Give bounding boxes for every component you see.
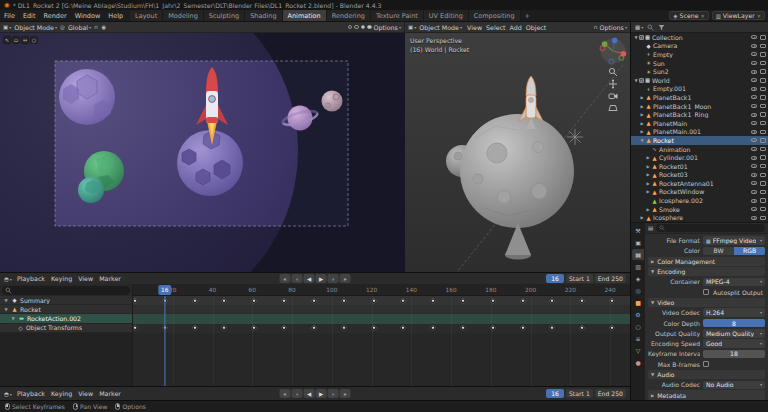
outliner-row-icosphere[interactable]: ▶▲Icosphere (631, 213, 768, 222)
viewport-menu-object[interactable]: Object (524, 24, 549, 31)
outliner-row-empty[interactable]: +Empty (631, 50, 768, 59)
outliner-row-planetback1-moon[interactable]: ▶▲PlanetBack1_Moon (631, 102, 768, 111)
add-workspace-button[interactable]: + (521, 10, 534, 21)
channel-search-input[interactable] (2, 286, 130, 295)
menu-marker[interactable]: Marker (99, 275, 121, 282)
disable-in-renders-toggle[interactable] (760, 104, 766, 109)
outliner-row-smoke[interactable]: ▶▲Smoke (631, 205, 768, 214)
disable-in-renders-toggle[interactable] (760, 138, 766, 143)
hide-in-viewport-toggle[interactable] (751, 52, 757, 56)
menu-playback[interactable]: Playback (17, 275, 45, 282)
hide-in-viewport-toggle[interactable] (751, 87, 757, 91)
frame-start-field[interactable]: Start1 (566, 274, 593, 283)
dopesheet-ruler[interactable]: 20406080100120140160180200220240 (133, 284, 630, 296)
disable-in-renders-toggle[interactable] (760, 52, 766, 57)
disable-in-renders-toggle[interactable] (760, 130, 766, 135)
workspace-tab-compositing[interactable]: Compositing (469, 10, 521, 21)
search-icon[interactable] (647, 24, 654, 31)
outliner-row-rocket03[interactable]: ▶▲Rocket03 (631, 171, 768, 180)
options-dropdown-left[interactable]: Options▾ (374, 24, 401, 31)
disable-in-renders-toggle[interactable] (760, 78, 766, 83)
next-keyframe-button[interactable]: › (328, 389, 339, 398)
jump-to-start-button[interactable]: « (280, 274, 291, 283)
menu-render[interactable]: Render (39, 12, 70, 20)
disable-in-renders-toggle[interactable] (760, 207, 766, 212)
viewport-menu-view[interactable]: View (465, 24, 484, 31)
section-header-color-management[interactable]: ▶Color Management (648, 257, 765, 266)
outliner-row-sun[interactable]: ☀Sun (631, 59, 768, 68)
modifiers-properties-tab[interactable]: ⚙ (632, 309, 644, 320)
transform-pivot-icon[interactable]: ◎ (60, 24, 65, 30)
outliner-row-sun2[interactable]: ☀Sun2 (631, 67, 768, 76)
outliner-row-collection[interactable]: ▼✓▦Collection (631, 33, 768, 42)
menu-edit[interactable]: Edit (19, 12, 40, 20)
outliner-row-planetmain-001[interactable]: ▶▲PlanetMain.001 (631, 128, 768, 137)
frame-end-field[interactable]: End250 (595, 389, 626, 398)
editor-type-icon[interactable]: ◓▾ (4, 391, 12, 397)
menu-keying[interactable]: Keying (51, 390, 72, 397)
render-properties-tab[interactable]: ▣ (632, 237, 644, 248)
workspace-tab-layout[interactable]: Layout (130, 10, 163, 21)
disable-in-renders-toggle[interactable] (760, 44, 766, 49)
current-frame-field[interactable]: 16 (546, 389, 564, 398)
prop-dropdown-container[interactable]: MPEG-4▾ (703, 278, 765, 287)
color-bw-button[interactable]: BW (703, 247, 734, 256)
prop-dropdown-encoding-speed[interactable]: Good▾ (703, 339, 765, 348)
shading-solid-icon[interactable] (354, 25, 359, 30)
hide-in-viewport-toggle[interactable] (751, 173, 757, 177)
expand-arrow-icon[interactable]: ▼ (3, 307, 9, 312)
disable-in-renders-toggle[interactable] (760, 87, 766, 92)
prop-dropdown-output-quality[interactable]: Medium Quality▾ (703, 329, 765, 338)
hide-in-viewport-toggle[interactable] (751, 95, 757, 99)
outliner-row-empty-001[interactable]: +Empty.001 (631, 85, 768, 94)
viewport-menu-add[interactable]: Add (507, 24, 523, 31)
dopesheet-grid[interactable]: 20406080100120140160180200220240 16 (133, 284, 630, 386)
disable-in-renders-toggle[interactable] (760, 61, 766, 66)
outliner-row-icosphere-002[interactable]: ▲Icosphere.002 (631, 196, 768, 205)
mode-dropdown[interactable]: Object Mode▾ (419, 24, 462, 31)
current-frame-field[interactable]: 16 (546, 274, 564, 283)
move-view-icon[interactable] (608, 79, 618, 89)
menu-view[interactable]: View (78, 390, 93, 397)
disable-in-renders-toggle[interactable] (760, 95, 766, 100)
toggle-perspective-icon[interactable] (608, 103, 618, 113)
view-layer-properties-tab[interactable]: ▥ (632, 261, 644, 272)
expand-arrow-icon[interactable]: ▼ (3, 298, 9, 303)
previous-keyframe-button[interactable]: ‹ (292, 389, 303, 398)
channel-rocket[interactable]: ▼▲Rocket (0, 305, 132, 314)
outliner-row-animation[interactable]: ∿Animation (631, 145, 768, 154)
disable-in-renders-toggle[interactable] (760, 190, 766, 195)
hide-in-viewport-toggle[interactable] (751, 113, 757, 117)
workspace-tab-texture-paint[interactable]: Texture Paint (371, 10, 424, 21)
hide-in-viewport-toggle[interactable] (751, 121, 757, 125)
disable-in-renders-toggle[interactable] (760, 121, 766, 126)
disable-in-renders-toggle[interactable] (760, 181, 766, 186)
outliner-row-cylinder-001[interactable]: ▶▲Cylinder.001 (631, 153, 768, 162)
zoom-icon[interactable] (608, 67, 618, 77)
hide-in-viewport-toggle[interactable] (751, 147, 757, 151)
tool-properties-tab[interactable]: ⚒ (632, 225, 644, 236)
disable-in-renders-toggle[interactable] (760, 112, 766, 117)
prop-number-keyframe-interval[interactable]: 18 (703, 350, 765, 359)
outliner-row-rocket01[interactable]: ▶▲Rocket01 (631, 162, 768, 171)
prop-checkbox-autosplit-output[interactable] (703, 289, 709, 295)
play-reverse-button[interactable]: ◀ (304, 274, 315, 283)
outliner-row-rocketwindow[interactable]: ▶▲RocketWindow (631, 188, 768, 197)
section-header-metadata[interactable]: ▶Metadata (648, 390, 765, 399)
hide-in-viewport-toggle[interactable] (751, 78, 757, 82)
move-tool-icon[interactable]: ↔ (21, 36, 29, 44)
previous-keyframe-button[interactable]: ‹ (292, 274, 303, 283)
prop-checkbox-max-b-frames[interactable] (703, 361, 709, 367)
physics-properties-tab[interactable]: ○ (632, 321, 644, 332)
unlink-scene-icon[interactable]: ✕ (700, 13, 704, 19)
prop-dropdown-video-codec[interactable]: H.264▾ (703, 308, 765, 317)
world-properties-tab[interactable]: ◎ (632, 285, 644, 296)
disable-in-renders-toggle[interactable] (760, 35, 766, 40)
outliner-display-mode-icon[interactable]: ▦▾ (635, 24, 643, 30)
disable-in-renders-toggle[interactable] (760, 164, 766, 169)
view-layer-selector[interactable]: ▥ ViewLayer ✕ (712, 11, 765, 20)
outliner-row-planetmain[interactable]: ▶▲PlanetMain (631, 119, 768, 128)
hide-in-viewport-toggle[interactable] (751, 207, 757, 211)
select-box-tool-icon[interactable]: ▭ (12, 36, 20, 44)
channel-object-transforms[interactable]: ◇Object Transforms (0, 324, 132, 333)
